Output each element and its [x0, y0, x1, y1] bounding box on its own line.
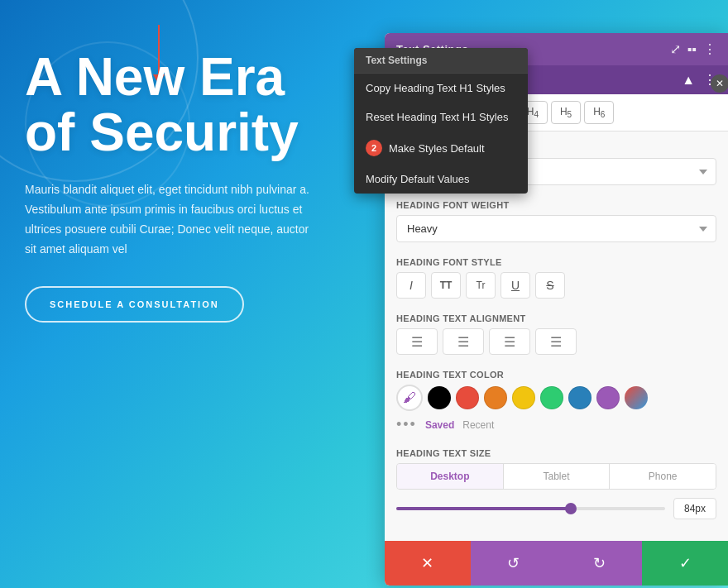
color-gradient[interactable] [625, 386, 648, 409]
size-tab-tablet[interactable]: Tablet [504, 464, 611, 489]
heading-text-color-group: Heading Text Color 🖌 ••• Saved Recent [396, 370, 716, 433]
website-heading: A New Era of Security [25, 50, 323, 160]
color-saved-row: ••• Saved Recent [396, 416, 716, 433]
redo-button[interactable]: ↻ [557, 541, 643, 586]
size-slider-track[interactable] [396, 507, 665, 510]
cancel-button[interactable]: ✕ [385, 541, 471, 586]
collapse-icon[interactable]: ▲ [682, 73, 695, 88]
context-menu-item-make-default[interactable]: 2 Make Styles Default [354, 131, 528, 165]
underline-button[interactable]: U [500, 272, 530, 299]
size-device-tabs: Desktop Tablet Phone [396, 463, 716, 490]
capitalize-button[interactable]: Tr [466, 272, 496, 299]
heading-text-size-label: Heading Text Size [396, 448, 716, 458]
color-orange[interactable] [484, 386, 507, 409]
expand-icon[interactable]: ⤢ [670, 41, 681, 57]
context-menu-copy-label: Copy Heading Text H1 Styles [366, 82, 505, 94]
panel-header-icons: ⤢ ▪▪ ⋮ [670, 41, 716, 57]
color-yellow[interactable] [512, 386, 535, 409]
heading-text-alignment-label: Heading Text Alignment [396, 313, 716, 323]
font-style-buttons: I TT Tr U S [396, 272, 716, 299]
slider-thumb[interactable] [565, 503, 577, 514]
color-purple[interactable] [596, 386, 620, 409]
h-tab-h6[interactable]: H6 [584, 101, 614, 124]
color-green[interactable] [540, 386, 563, 409]
heading-font-weight-select[interactable]: Heavy [396, 215, 716, 242]
context-menu-item-copy[interactable]: Copy Heading Text H1 Styles [354, 74, 528, 103]
close-panel-button[interactable]: ✕ [711, 74, 728, 93]
color-swatches: 🖌 [396, 385, 716, 411]
website-subtext: Mauris blandit aliquet elit, eget tincid… [25, 180, 323, 259]
color-blue[interactable] [568, 386, 592, 409]
heading-text-color-label: Heading Text Color [396, 370, 716, 380]
color-red[interactable] [456, 386, 479, 409]
align-justify-button[interactable]: ☰ [535, 328, 577, 355]
heading-text-size-group: Heading Text Size Desktop Tablet Phone 8… [396, 448, 716, 519]
context-menu-item-modify[interactable]: Modify Default Values [354, 165, 528, 194]
heading-font-style-label: Heading Font Style [396, 257, 716, 267]
context-menu-make-default-label: Make Styles Default [389, 142, 485, 155]
undo-button[interactable]: ↺ [471, 541, 557, 586]
more-icon[interactable]: ⋮ [703, 41, 716, 57]
align-right-button[interactable]: ☰ [489, 328, 530, 355]
size-slider-row: 84px [396, 498, 716, 519]
save-button[interactable]: ✓ [642, 541, 728, 586]
context-menu-item-reset[interactable]: Reset Heading Text H1 Styles [354, 103, 528, 131]
website-content: A New Era of Security Mauris blandit ali… [25, 50, 323, 323]
more-colors-button[interactable]: ••• [396, 416, 417, 433]
columns-icon[interactable]: ▪▪ [687, 42, 697, 57]
size-value-display[interactable]: 84px [673, 498, 716, 519]
color-picker-brush[interactable]: 🖌 [396, 385, 423, 411]
heading-text-alignment-group: Heading Text Alignment ☰ ☰ ☰ ☰ [396, 313, 716, 355]
strikethrough-button[interactable]: S [535, 272, 565, 299]
schedule-button[interactable]: SCHEDULE A CONSULTATION [25, 286, 244, 323]
size-tab-desktop[interactable]: Desktop [397, 464, 504, 489]
uppercase-button[interactable]: TT [431, 272, 461, 299]
color-black[interactable] [428, 386, 451, 409]
panel-footer: ✕ ↺ ↻ ✓ [385, 541, 728, 586]
italic-button[interactable]: I [396, 272, 426, 299]
heading-font-style-group: Heading Font Style I TT Tr U S [396, 257, 716, 299]
saved-colors-link[interactable]: Saved [425, 419, 454, 431]
align-center-button[interactable]: ☰ [443, 328, 484, 355]
context-menu: Text Settings Copy Heading Text H1 Style… [354, 48, 528, 194]
h-tab-h5[interactable]: H5 [551, 101, 581, 124]
context-menu-title: Text Settings [354, 48, 528, 74]
heading-font-weight-label: Heading Font Weight [396, 200, 716, 210]
heading-font-weight-group: Heading Font Weight Heavy [396, 200, 716, 242]
size-tab-phone[interactable]: Phone [610, 464, 716, 489]
alignment-buttons: ☰ ☰ ☰ ☰ [396, 328, 716, 355]
recent-colors-link[interactable]: Recent [462, 419, 494, 431]
align-left-button[interactable]: ☰ [396, 328, 438, 355]
slider-fill [396, 507, 571, 510]
context-menu-reset-label: Reset Heading Text H1 Styles [366, 111, 508, 123]
context-menu-badge: 2 [366, 140, 382, 156]
context-menu-modify-label: Modify Default Values [366, 173, 470, 185]
